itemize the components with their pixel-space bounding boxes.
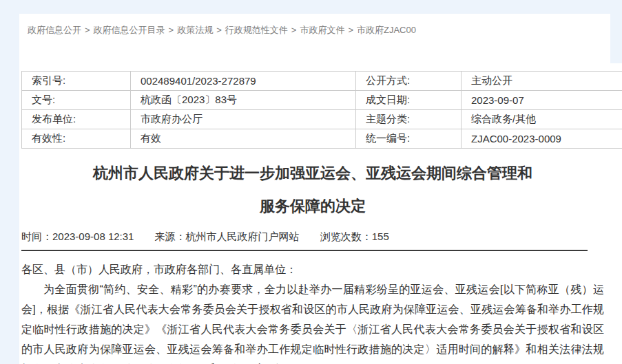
info-label: 统一编号: — [356, 129, 462, 149]
breadcrumb-separator: > — [169, 25, 174, 35]
info-label: 成文日期: — [356, 91, 462, 110]
info-value: ZJAC00-2023-0009 — [462, 129, 622, 149]
meta-views: 浏览次数：155 — [320, 231, 389, 242]
meta-time-label: 时间： — [21, 231, 52, 242]
page-title: 杭州市人民政府关于进一步加强亚运会、亚残运会期间综合管理和 服务保障的决定 — [21, 157, 604, 223]
table-row: 文号:杭政函〔2023〕83号成文日期:2023-09-07 — [22, 91, 622, 110]
info-value: 市政府办公厅 — [131, 110, 356, 129]
meta-divider — [21, 250, 588, 251]
info-label: 主题分类: — [356, 110, 462, 129]
article-paragraph: 各区、县（市）人民政府，市政府各部门、各直属单位： — [21, 259, 604, 279]
breadcrumb-item[interactable]: 政府信息公开 — [28, 25, 81, 35]
page-corner-decoration — [610, 0, 622, 63]
content-panel: 政府信息公开>政府信息公开目录>政策法规>行政规范性文件>市政府文件>市政府ZJ… — [19, 14, 622, 364]
info-value: 002489401/2023-272879 — [131, 72, 356, 91]
info-value: 2023-09-07 — [462, 91, 622, 110]
doc-info-table-body: 索引号:002489401/2023-272879公开方式:主动公开文号:杭政函… — [22, 72, 622, 149]
meta-source-value: 杭州市人民政府门户网站 — [186, 231, 300, 242]
meta-views-label: 浏览次数： — [320, 231, 372, 242]
breadcrumb-item[interactable]: 政府信息公开目录 — [94, 25, 165, 35]
article-paragraph: 为全面贯彻“简约、安全、精彩”的办赛要求，全力以赴举办一届精彩纷呈的亚运会、亚残… — [21, 279, 604, 364]
breadcrumb-item[interactable]: 行政规范性文件 — [225, 25, 288, 35]
breadcrumb-item[interactable]: 政策法规 — [177, 25, 213, 35]
info-label: 有效性: — [22, 129, 131, 149]
document-container: 索引号:002489401/2023-272879公开方式:主动公开文号:杭政函… — [19, 71, 622, 364]
table-row: 发布单位:市政府办公厅主题分类:综合政务/其他 — [22, 110, 622, 129]
meta-source: 来源：杭州市人民政府门户网站 — [155, 231, 300, 242]
breadcrumb-item[interactable]: 市政府文件 — [300, 25, 344, 35]
info-value: 杭政函〔2023〕83号 — [131, 91, 356, 110]
info-label: 索引号: — [22, 72, 131, 91]
breadcrumb: 政府信息公开>政府信息公开目录>政策法规>行政规范性文件>市政府文件>市政府ZJ… — [19, 14, 622, 36]
meta-time-value: 2023-09-08 12:31 — [52, 231, 134, 242]
title-line-1: 杭州市人民政府关于进一步加强亚运会、亚残运会期间综合管理和 — [21, 157, 604, 190]
table-row: 有效性:有效统一编号:ZJAC00-2023-0009 — [22, 129, 622, 149]
breadcrumb-separator: > — [85, 25, 90, 35]
info-value: 综合政务/其他 — [462, 110, 622, 129]
meta-source-label: 来源： — [155, 231, 186, 242]
meta-views-value: 155 — [372, 231, 389, 242]
breadcrumb-item[interactable]: 市政府ZJAC00 — [357, 25, 416, 35]
info-value: 主动公开 — [462, 72, 622, 91]
meta-time: 时间：2023-09-08 12:31 — [21, 231, 134, 242]
info-label: 公开方式: — [356, 72, 462, 91]
title-line-2: 服务保障的决定 — [21, 190, 604, 223]
breadcrumb-separator: > — [291, 25, 297, 35]
article-meta: 时间：2023-09-08 12:31 来源：杭州市人民政府门户网站 浏览次数：… — [21, 230, 604, 244]
info-label: 文号: — [22, 91, 131, 110]
table-row: 索引号:002489401/2023-272879公开方式:主动公开 — [22, 72, 622, 91]
breadcrumb-separator: > — [216, 25, 222, 35]
breadcrumb-separator: > — [348, 25, 353, 35]
info-label: 发布单位: — [22, 110, 131, 129]
doc-info-table: 索引号:002489401/2023-272879公开方式:主动公开文号:杭政函… — [21, 71, 622, 149]
info-value: 有效 — [131, 129, 356, 149]
article-body: 各区、县（市）人民政府，市政府各部门、各直属单位：为全面贯彻“简约、安全、精彩”… — [21, 259, 604, 364]
